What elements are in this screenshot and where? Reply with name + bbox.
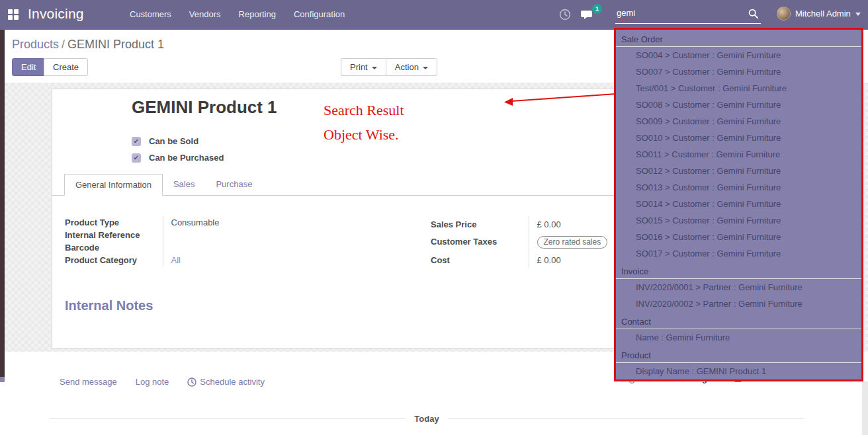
dropdown-result-item[interactable]: SO012 > Customer : Gemini Furniture: [616, 163, 861, 179]
field-label: Product Category: [65, 254, 163, 266]
field-row: Barcode: [65, 241, 255, 254]
log-note-button[interactable]: Log note: [136, 377, 169, 387]
action-button[interactable]: Action: [386, 58, 437, 76]
checkbox-can-be-purchased[interactable]: ✔: [132, 153, 141, 163]
dropdown-result-item[interactable]: SO016 > Customer : Gemini Furniture: [616, 229, 861, 245]
menu-item-vendors[interactable]: Vendors: [189, 9, 221, 19]
search-input[interactable]: gemi: [617, 8, 635, 18]
field-row: Product CategoryAll: [65, 254, 255, 266]
dropdown-section-header: Invoice: [616, 262, 861, 279]
chevron-down-icon: [855, 13, 861, 16]
field-value: £ 0.00: [529, 216, 621, 233]
annotation-arrow: [499, 90, 619, 107]
avatar: [777, 7, 791, 20]
annotation-line2: Object Wise.: [324, 122, 404, 147]
edit-button[interactable]: Edit: [12, 58, 45, 76]
user-menu[interactable]: Mitchell Admin: [777, 7, 861, 20]
dropdown-section-header: Product: [616, 346, 861, 363]
tab-general-information[interactable]: General Information: [64, 174, 163, 196]
field-label: Cost: [431, 252, 529, 268]
field-value: Zero rated sales: [529, 233, 621, 252]
fields-left-column: Product TypeConsumableInternal Reference…: [65, 216, 255, 266]
field-row: Product TypeConsumable: [65, 216, 255, 229]
field-row: Cost£ 0.00: [431, 252, 621, 268]
field-label: Sales Price: [431, 216, 529, 233]
left-edge-strip-foot: [0, 377, 5, 382]
global-search-box[interactable]: gemi: [615, 5, 761, 24]
search-icon[interactable]: [748, 9, 758, 19]
dropdown-section-header: Contact: [616, 312, 861, 329]
action-button-group: Print Action: [341, 58, 437, 76]
menu-item-configuration[interactable]: Configuration: [294, 9, 345, 19]
tab-purchase[interactable]: Purchase: [205, 174, 263, 196]
left-edge-strip: [0, 30, 5, 377]
messages-badge: 1: [592, 4, 602, 14]
dropdown-result-item[interactable]: SO010 > Customer : Gemini Furniture: [616, 130, 861, 146]
breadcrumb-current: GEMINI Product 1: [67, 38, 164, 51]
dropdown-result-item[interactable]: Name : Gemini Furniture: [616, 329, 861, 346]
top-menu: CustomersVendorsReportingConfiguration: [130, 9, 345, 19]
create-button[interactable]: Create: [44, 58, 88, 76]
field-label: Customer Taxes: [431, 233, 529, 252]
field-value: [163, 229, 255, 241]
clock-icon: [187, 377, 196, 387]
dropdown-result-item[interactable]: SO004 > Customer : Gemini Furniture: [616, 47, 861, 63]
breadcrumb-separator: /: [59, 38, 67, 51]
chatter-actions: Send message Log note Schedule activity: [60, 377, 265, 387]
tax-tag: Zero rated sales: [537, 236, 608, 249]
dropdown-result-item[interactable]: SO011 > Customer : Gemini Furniture: [616, 146, 861, 163]
top-navbar: Invoicing CustomersVendorsReportingConfi…: [0, 0, 868, 30]
dropdown-result-item[interactable]: SO017 > Customer : Gemini Furniture: [616, 245, 861, 262]
dropdown-result-item[interactable]: Display Name : GEMINI Product 1: [616, 363, 861, 379]
field-row: Customer TaxesZero rated sales: [431, 233, 621, 252]
print-button[interactable]: Print: [341, 58, 386, 76]
dropdown-result-item[interactable]: SO013 > Customer : Gemini Furniture: [616, 179, 861, 196]
breadcrumb-products-link[interactable]: Products: [12, 38, 59, 51]
dropdown-result-item[interactable]: INV/2020/0001 > Partner : Gemini Furnitu…: [616, 279, 861, 296]
field-label: Barcode: [65, 241, 163, 254]
product-flags: ✔Can be Sold✔Can be Purchased: [132, 133, 224, 166]
annotation-line1: Search Result: [324, 98, 404, 122]
dropdown-result-item[interactable]: INV/2020/0002 > Partner : Gemini Furnitu…: [616, 296, 861, 312]
search-results-dropdown: Sale OrderSO004 > Customer : Gemini Furn…: [614, 28, 863, 381]
checkbox-label: Can be Sold: [149, 136, 198, 146]
checkbox-row: ✔Can be Purchased: [132, 149, 224, 166]
field-label: Internal Reference: [65, 229, 163, 241]
checkbox-row: ✔Can be Sold: [132, 133, 224, 149]
field-label: Product Type: [65, 216, 163, 229]
dropdown-result-item[interactable]: SO009 > Customer : Gemini Furniture: [616, 113, 861, 130]
breadcrumb: Products/GEMINI Product 1: [12, 38, 164, 52]
send-message-button[interactable]: Send message: [60, 377, 117, 387]
product-title: GEMINI Product 1: [132, 97, 277, 118]
user-name: Mitchell Admin: [795, 9, 851, 19]
field-row: Internal Reference: [65, 229, 255, 241]
internal-notes-heading: Internal Notes: [65, 298, 153, 313]
today-divider: Today: [50, 414, 804, 424]
today-label: Today: [405, 414, 448, 424]
scrollbar[interactable]: [862, 381, 868, 435]
field-value[interactable]: All: [163, 254, 255, 266]
annotation-text: Search Result Object Wise.: [324, 98, 404, 147]
chevron-down-icon: [372, 67, 377, 69]
dropdown-result-item[interactable]: SO015 > Customer : Gemini Furniture: [616, 212, 861, 229]
activities-clock-icon[interactable]: [559, 9, 571, 20]
tab-sales[interactable]: Sales: [163, 174, 206, 196]
schedule-activity-button[interactable]: Schedule activity: [187, 377, 265, 387]
field-row: Sales Price£ 0.00: [431, 216, 621, 233]
dropdown-result-item[interactable]: SO008 > Customer : Gemini Furniture: [616, 97, 861, 113]
dropdown-section-header: Sale Order: [616, 30, 861, 47]
menu-item-customers[interactable]: Customers: [130, 9, 171, 19]
menu-item-reporting[interactable]: Reporting: [239, 9, 276, 19]
field-value: £ 0.00: [529, 252, 621, 268]
dropdown-result-item[interactable]: SO007 > Customer : Gemini Furniture: [616, 63, 861, 80]
field-value: Consumable: [163, 216, 255, 229]
invoicing-app-window: Invoicing CustomersVendorsReportingConfi…: [0, 0, 868, 435]
dropdown-result-item[interactable]: SO014 > Customer : Gemini Furniture: [616, 196, 861, 212]
checkbox-can-be-sold[interactable]: ✔: [132, 137, 141, 146]
app-name[interactable]: Invoicing: [28, 6, 84, 22]
chevron-down-icon: [423, 67, 428, 69]
dropdown-result-item[interactable]: Test/001 > Customer : Gemini Furniture: [616, 80, 861, 97]
apps-menu-icon[interactable]: [8, 9, 19, 20]
checkbox-label: Can be Purchased: [149, 153, 224, 163]
field-value: [163, 241, 255, 254]
